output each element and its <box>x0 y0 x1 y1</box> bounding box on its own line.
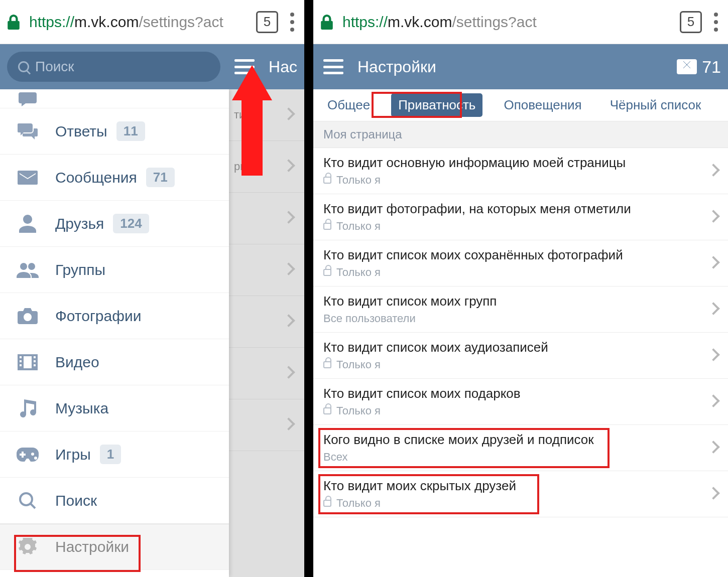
chevron-right-icon <box>284 316 293 327</box>
lock-icon <box>323 223 331 230</box>
privacy-item-title: Кто видит основную информацию моей стран… <box>323 155 709 171</box>
person-icon <box>15 214 40 234</box>
privacy-item-title: Кто видит фотографии, на которых меня от… <box>323 201 709 217</box>
tab-blacklist[interactable]: Чёрный список <box>603 93 708 117</box>
lock-icon <box>323 500 331 507</box>
film-icon <box>15 352 40 372</box>
sidebar-item-label: Друзья <box>55 215 104 232</box>
camera-icon <box>15 306 40 326</box>
sidebar-badge: 11 <box>116 121 145 141</box>
chevron-right-icon <box>709 489 718 500</box>
sidebar-item-label: Группы <box>55 261 105 278</box>
hamburger-icon[interactable] <box>323 59 343 74</box>
reply-icon <box>15 121 40 141</box>
sidebar-item-photos[interactable]: Фотографии <box>0 293 229 339</box>
tab-general[interactable]: Общее <box>320 93 377 117</box>
gear-icon <box>15 537 40 557</box>
privacy-item[interactable]: Кто видит моих скрытых друзейТолько я <box>313 471 728 517</box>
privacy-item-value: Только я <box>323 497 709 510</box>
privacy-item[interactable]: Кто видит основную информацию моей стран… <box>313 148 728 194</box>
sidebar-item-label: Видео <box>55 354 99 371</box>
lock-icon <box>323 361 331 368</box>
sidebar-item-label: Музыка <box>55 400 108 417</box>
sidebar-item-cut[interactable] <box>0 89 229 108</box>
lock-icon <box>323 177 331 184</box>
privacy-item-value: Только я <box>323 266 709 279</box>
gamepad-icon <box>15 445 40 465</box>
lock-icon <box>7 15 20 30</box>
messages-counter[interactable]: 71 <box>677 57 721 77</box>
music-icon <box>15 398 40 418</box>
settings-tabs: Общее Приватность Оповещения Чёрный спис… <box>313 89 728 121</box>
sidebar-item-label: Игры <box>55 446 91 463</box>
privacy-item-title: Кто видит моих скрытых друзей <box>323 478 709 494</box>
bg-row[interactable] <box>229 244 304 296</box>
bg-row[interactable] <box>229 348 304 399</box>
messages-count: 71 <box>702 57 721 77</box>
bg-row[interactable] <box>229 296 304 348</box>
chevron-right-icon <box>284 264 293 275</box>
chevron-right-icon <box>709 304 718 315</box>
pane-divider <box>304 0 313 577</box>
browser-menu-icon[interactable] <box>711 10 721 35</box>
sidebar-item-label: Поиск <box>55 492 97 509</box>
sidebar-item-settings[interactable]: Настройки <box>0 524 229 570</box>
privacy-item[interactable]: Кто видит список моих группВсе пользоват… <box>313 286 728 333</box>
sidebar-item-messages[interactable]: Сообщения 71 <box>0 155 229 201</box>
chevron-right-icon <box>284 419 293 430</box>
bg-row[interactable] <box>229 399 304 451</box>
chevron-right-icon <box>709 350 718 361</box>
browser-address-bar: https://m.vk.com/settings?act 5 <box>0 0 304 44</box>
sidebar-item-music[interactable]: Музыка <box>0 385 229 431</box>
privacy-item[interactable]: Кто видит список моих подарковТолько я <box>313 379 728 425</box>
tab-notifications[interactable]: Оповещения <box>497 93 588 117</box>
privacy-item[interactable]: Кто видит список моих сохранённых фотогр… <box>313 240 728 286</box>
section-header: Моя страница <box>313 121 728 148</box>
mail-icon <box>15 168 40 188</box>
search-placeholder: Поиск <box>35 59 74 75</box>
privacy-item[interactable]: Кто видит список моих аудиозаписейТолько… <box>313 333 728 379</box>
privacy-item-title: Кто видит список моих аудиозаписей <box>323 340 709 355</box>
chevron-right-icon <box>709 212 718 223</box>
privacy-item-value: Всех <box>323 451 709 464</box>
privacy-item-value: Только я <box>323 174 709 187</box>
lock-icon <box>320 15 333 30</box>
sidebar-item-friends[interactable]: Друзья 124 <box>0 201 229 247</box>
sidebar-item-games[interactable]: Игры 1 <box>0 431 229 478</box>
sidebar-badge: 124 <box>113 214 149 233</box>
browser-menu-icon[interactable] <box>287 10 297 35</box>
sidebar-item-video[interactable]: Видео <box>0 339 229 385</box>
page-title: Настройки <box>357 58 677 76</box>
sidebar-badge: 1 <box>100 445 121 464</box>
url-text[interactable]: https://m.vk.com/settings?act <box>342 14 671 31</box>
privacy-item-title: Кто видит список моих подарков <box>323 386 709 401</box>
search-input[interactable]: Поиск <box>7 52 220 82</box>
chevron-right-icon <box>709 396 718 407</box>
privacy-item-value: Все пользователи <box>323 312 709 325</box>
privacy-item[interactable]: Кто видит фотографии, на которых меня от… <box>313 194 728 240</box>
chevron-right-icon <box>284 161 293 172</box>
privacy-list: Кто видит основную информацию моей стран… <box>313 148 728 517</box>
privacy-item[interactable]: Кого видно в списке моих друзей и подпис… <box>313 425 728 471</box>
tabs-count-chip[interactable]: 5 <box>680 11 702 33</box>
privacy-item-value: Только я <box>323 404 709 417</box>
lock-icon <box>323 407 331 414</box>
bg-row[interactable] <box>229 193 304 244</box>
sidebar-item-groups[interactable]: Группы <box>0 247 229 293</box>
privacy-item-value: Только я <box>323 220 709 233</box>
tab-privacy[interactable]: Приватность <box>391 93 482 117</box>
chevron-right-icon <box>284 109 293 120</box>
privacy-item-value: Только я <box>323 358 709 371</box>
url-text[interactable]: https://m.vk.com/settings?act <box>29 14 247 31</box>
chevron-right-icon <box>709 258 718 269</box>
sidebar-item-label: Сообщения <box>55 169 137 186</box>
chevron-right-icon <box>709 166 718 177</box>
tabs-count-chip[interactable]: 5 <box>256 11 278 33</box>
search-icon <box>15 491 40 511</box>
privacy-item-title: Кто видит список моих сохранённых фотогр… <box>323 247 709 263</box>
sidebar-item-search[interactable]: Поиск <box>0 478 229 524</box>
privacy-item-title: Кто видит список моих групп <box>323 294 709 309</box>
browser-address-bar: https://m.vk.com/settings?act 5 <box>313 0 728 44</box>
search-icon <box>18 61 29 72</box>
sidebar-item-replies[interactable]: Ответы 11 <box>0 108 229 155</box>
